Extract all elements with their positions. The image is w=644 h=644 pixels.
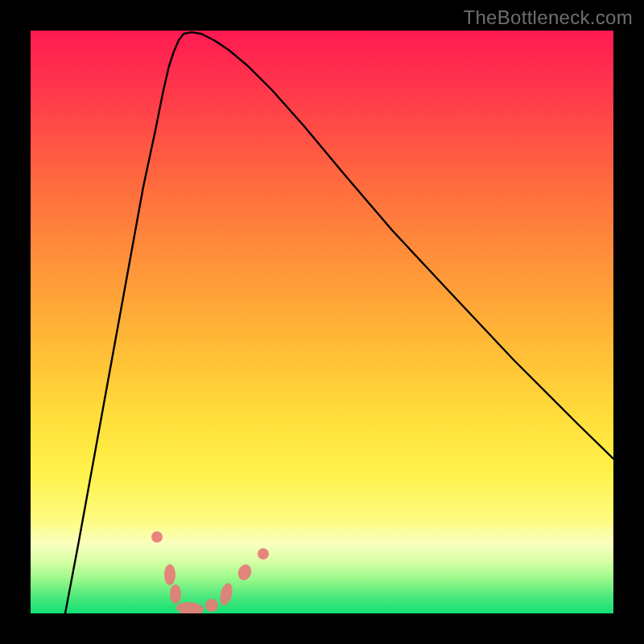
curve-svg — [31, 31, 613, 613]
curve-marker — [164, 564, 175, 585]
curve-marker — [258, 548, 269, 559]
curve-marker — [205, 599, 218, 612]
curve-marker — [236, 563, 254, 582]
plot-area — [31, 31, 613, 613]
curve-markers — [151, 531, 269, 613]
curve-marker — [218, 582, 234, 607]
watermark-text: TheBottleneck.com — [463, 6, 633, 29]
curve-marker — [175, 601, 204, 613]
curve-marker — [170, 584, 181, 604]
bottleneck-curve — [65, 32, 613, 613]
chart-frame: TheBottleneck.com — [0, 0, 644, 644]
curve-marker — [151, 531, 163, 543]
